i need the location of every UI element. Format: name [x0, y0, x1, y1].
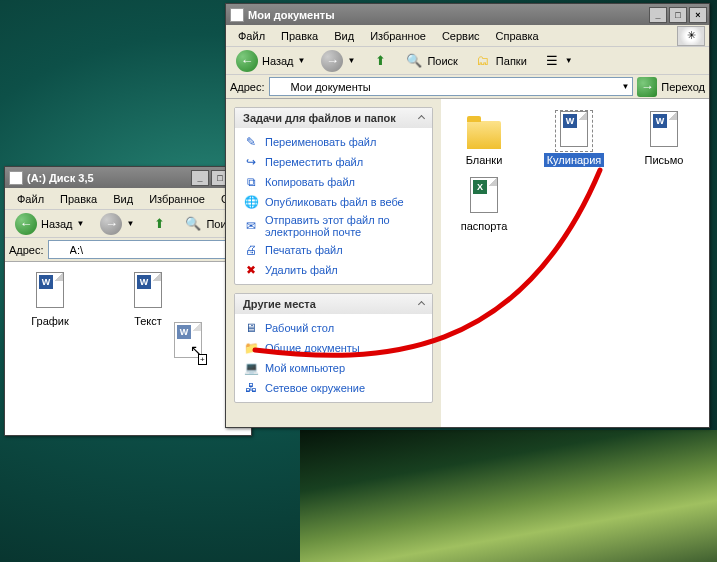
task-label: Печатать файл — [265, 244, 424, 256]
forward-button[interactable]: →▼ — [315, 48, 361, 74]
delete-icon: ✖ — [243, 262, 259, 278]
place-desktop[interactable]: 🖥Рабочий стол — [241, 318, 426, 338]
places-panel-header[interactable]: Другие места — [235, 294, 432, 314]
address-input-box[interactable]: ▼ — [48, 240, 247, 259]
go-label: Переход — [661, 81, 705, 93]
folders-label: Папки — [496, 55, 527, 67]
task-move[interactable]: ↪Переместить файл — [241, 152, 426, 172]
search-button[interactable]: 🔍Поиск — [399, 50, 463, 72]
up-icon: ⬆ — [150, 215, 168, 233]
task-delete[interactable]: ✖Удалить файл — [241, 260, 426, 280]
minimize-button[interactable]: _ — [191, 170, 209, 186]
go-button[interactable]: → — [637, 77, 657, 97]
mydocs-small-icon — [273, 80, 287, 94]
file-pasporta[interactable]: паспорта — [449, 177, 519, 233]
titlebar-disk-a[interactable]: (A:) Диск 3,5 _ □ × — [5, 167, 251, 188]
content-my-documents: Задачи для файлов и папок ✎Переименовать… — [226, 99, 709, 427]
copy-icon: ⧉ — [243, 174, 259, 190]
file-label: График — [28, 314, 72, 328]
task-label: Переименовать файл — [265, 136, 424, 148]
back-label: Назад — [262, 55, 294, 67]
address-input[interactable] — [291, 81, 618, 93]
menu-favorites[interactable]: Избранное — [362, 28, 434, 44]
addressbar-disk-a: Адрес: ▼ — [5, 238, 251, 262]
task-label: Опубликовать файл в вебе — [265, 196, 424, 208]
menu-favorites[interactable]: Избранное — [141, 191, 213, 207]
back-icon: ← — [15, 213, 37, 235]
place-shared-docs[interactable]: 📁Общие документы — [241, 338, 426, 358]
place-my-computer[interactable]: 💻Мой компьютер — [241, 358, 426, 378]
my-computer-icon: 💻 — [243, 360, 259, 376]
menu-view[interactable]: Вид — [105, 191, 141, 207]
menu-edit[interactable]: Правка — [273, 28, 326, 44]
menu-file[interactable]: Файл — [9, 191, 52, 207]
menu-file[interactable]: Файл — [230, 28, 273, 44]
file-area-my-documents[interactable]: Бланки Кулинария Письмо паспорта — [441, 99, 709, 427]
up-button[interactable]: ⬆ — [144, 213, 174, 235]
menu-edit[interactable]: Правка — [52, 191, 105, 207]
print-icon: 🖨 — [243, 242, 259, 258]
address-input-box[interactable]: ▼ — [269, 77, 634, 96]
file-pismo[interactable]: Письмо — [629, 111, 699, 167]
mydocs-icon — [230, 8, 244, 22]
up-button[interactable]: ⬆ — [365, 50, 395, 72]
window-disk-a: (A:) Диск 3,5 _ □ × Файл Правка Вид Избр… — [4, 166, 252, 436]
titlebar-my-documents[interactable]: Мои документы _ □ × — [226, 4, 709, 25]
forward-button[interactable]: →▼ — [94, 211, 140, 237]
search-label: Поиск — [427, 55, 457, 67]
place-label: Мой компьютер — [265, 362, 424, 374]
address-label: Адрес: — [9, 244, 44, 256]
file-area-disk-a[interactable]: График Текст ↖+ — [5, 262, 251, 435]
task-copy[interactable]: ⧉Копировать файл — [241, 172, 426, 192]
menu-view[interactable]: Вид — [326, 28, 362, 44]
back-icon: ← — [236, 50, 258, 72]
side-panel: Задачи для файлов и папок ✎Переименовать… — [226, 99, 441, 427]
window-title: (A:) Диск 3,5 — [27, 172, 187, 184]
addressbar-my-documents: Адрес: ▼ → Переход — [226, 75, 709, 99]
word-doc-icon — [36, 272, 64, 308]
file-label: Письмо — [642, 153, 687, 167]
views-button[interactable]: ☰▼ — [537, 50, 579, 72]
address-dropdown-icon[interactable]: ▼ — [621, 82, 629, 91]
up-icon: ⬆ — [371, 52, 389, 70]
email-icon: ✉ — [243, 218, 259, 234]
views-icon: ☰ — [543, 52, 561, 70]
task-print[interactable]: 🖨Печатать файл — [241, 240, 426, 260]
file-grafik[interactable]: График — [15, 272, 85, 328]
folders-button[interactable]: 🗂Папки — [468, 50, 533, 72]
address-input[interactable] — [70, 244, 232, 256]
tasks-panel-header[interactable]: Задачи для файлов и папок — [235, 108, 432, 128]
close-button[interactable]: × — [689, 7, 707, 23]
menu-help[interactable]: Справка — [488, 28, 547, 44]
file-kulinariya[interactable]: Кулинария — [539, 111, 609, 167]
word-doc-icon — [134, 272, 162, 308]
task-email[interactable]: ✉Отправить этот файл по электронной почт… — [241, 212, 426, 240]
file-tekst[interactable]: Текст — [113, 272, 183, 328]
back-button[interactable]: ←Назад▼ — [9, 211, 90, 237]
back-button[interactable]: ←Назад▼ — [230, 48, 311, 74]
toolbar-disk-a: ←Назад▼ →▼ ⬆ 🔍Поиск 🗂 — [5, 210, 251, 238]
maximize-button[interactable]: □ — [669, 7, 687, 23]
publish-icon: 🌐 — [243, 194, 259, 210]
menu-service[interactable]: Сервис — [434, 28, 488, 44]
toolbar-my-documents: ←Назад▼ →▼ ⬆ 🔍Поиск 🗂Папки ☰▼ — [226, 47, 709, 75]
file-blanki[interactable]: Бланки — [449, 111, 519, 167]
minimize-button[interactable]: _ — [649, 7, 667, 23]
throbber-icon: ✳ — [677, 26, 705, 46]
tasks-panel: Задачи для файлов и папок ✎Переименовать… — [234, 107, 433, 285]
file-label: паспорта — [458, 219, 511, 233]
tasks-panel-title: Задачи для файлов и папок — [243, 112, 396, 124]
address-label: Адрес: — [230, 81, 265, 93]
task-label: Переместить файл — [265, 156, 424, 168]
place-label: Сетевое окружение — [265, 382, 424, 394]
place-label: Рабочий стол — [265, 322, 424, 334]
places-panel-title: Другие места — [243, 298, 316, 310]
file-label: Текст — [131, 314, 165, 328]
file-label: Бланки — [463, 153, 506, 167]
task-publish[interactable]: 🌐Опубликовать файл в вебе — [241, 192, 426, 212]
move-icon: ↪ — [243, 154, 259, 170]
floppy-small-icon — [52, 243, 66, 257]
place-network[interactable]: 🖧Сетевое окружение — [241, 378, 426, 398]
task-label: Удалить файл — [265, 264, 424, 276]
task-rename[interactable]: ✎Переименовать файл — [241, 132, 426, 152]
